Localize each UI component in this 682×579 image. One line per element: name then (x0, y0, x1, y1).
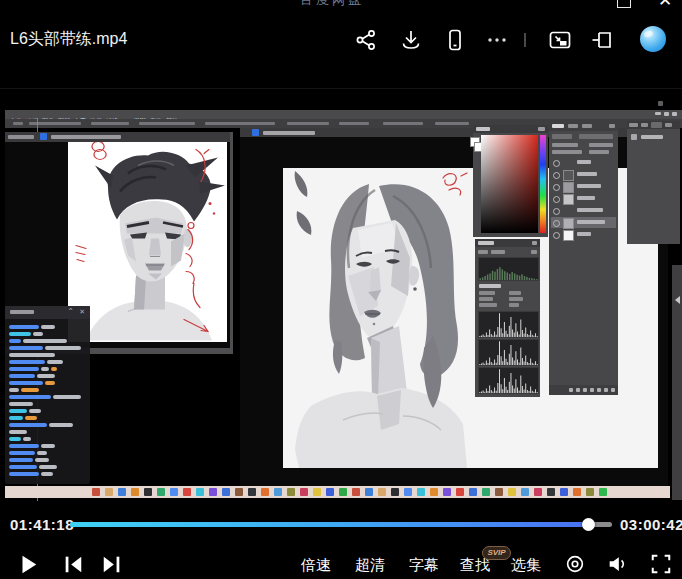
more-icon[interactable] (485, 28, 509, 52)
taskbar-app-icon (482, 488, 490, 496)
taskbar-app-icon (560, 488, 568, 496)
taskbar-app-icon (456, 488, 464, 496)
taskbar-app-icon (300, 488, 308, 496)
ps-layers-footer (549, 385, 618, 395)
ps-layer-row (551, 217, 616, 228)
chat-line (5, 330, 90, 337)
taskbar-app-icon (391, 488, 399, 496)
download-icon[interactable] (399, 28, 423, 52)
ps-histogram-panel (475, 239, 540, 397)
maximize-button[interactable] (617, 0, 631, 8)
player-control-bar: 01:41:18 03:00:42 倍速 超清 字幕 查找 SVIP 选集 (0, 505, 682, 579)
taskbar-app-icon (365, 488, 373, 496)
taskbar-app-icon (118, 488, 126, 496)
taskbar-app-icon (599, 488, 607, 496)
play-button[interactable] (17, 553, 39, 575)
quality-button[interactable]: 超清 (355, 556, 385, 575)
taskbar-app-icon (547, 488, 555, 496)
chat-line (5, 344, 90, 351)
taskbar-app-icon (573, 488, 581, 496)
video-content-area[interactable]: 文件编辑图像图层文字选择滤镜3D视图窗口帮助 (0, 88, 682, 506)
taskbar-app-icon (209, 488, 217, 496)
chat-line-wrap (5, 400, 90, 407)
ps-layer-row (551, 169, 616, 180)
taskbar-app-icon (105, 488, 113, 496)
share-icon[interactable] (354, 28, 378, 52)
ps-canvas-man-portrait (68, 142, 227, 342)
taskbar-app-icon (404, 488, 412, 496)
taskbar-app-icon (378, 488, 386, 496)
subtitle-button[interactable]: 字幕 (409, 556, 439, 575)
ps-color-picker-panel (473, 125, 548, 237)
chat-line (5, 414, 90, 421)
chat-line (5, 358, 90, 365)
taskbar-app-icon (417, 488, 425, 496)
chat-line (5, 449, 90, 456)
phone-icon[interactable] (443, 28, 467, 52)
chat-line (5, 463, 90, 470)
speed-button[interactable]: 倍速 (301, 556, 331, 575)
taskbar-app-icon (222, 488, 230, 496)
next-button[interactable] (101, 553, 123, 575)
taskbar-app-icon (521, 488, 529, 496)
progress-bar-fill (70, 522, 588, 527)
episodes-button[interactable]: 选集 (511, 556, 541, 575)
chat-line (5, 428, 90, 435)
taskbar-app-icon (157, 488, 165, 496)
app-window-title: 百度网盘 (300, 0, 364, 9)
current-time: 01:41:18 (10, 516, 74, 533)
chat-line (5, 372, 90, 379)
cast-screen-icon[interactable] (590, 28, 614, 52)
ps-side-panel (627, 121, 680, 244)
ps-collapsed-dock (672, 265, 682, 500)
volume-icon[interactable] (606, 553, 628, 575)
taskbar-app-icon (131, 488, 139, 496)
previous-button[interactable] (62, 553, 84, 575)
chat-line-wrap (5, 351, 90, 358)
taskbar-app-icon (339, 488, 347, 496)
chat-line (5, 365, 90, 372)
chat-line (5, 386, 90, 393)
taskbar-app-icon (170, 488, 178, 496)
progress-bar-track[interactable] (70, 522, 612, 527)
ps-layers-panel (549, 122, 618, 395)
chat-line (5, 470, 90, 477)
taskbar-app-icon (495, 488, 503, 496)
chat-message-list (5, 323, 90, 482)
chat-line (5, 442, 90, 449)
close-button[interactable]: ✕ (658, 0, 673, 8)
chat-overlay-panel: ⌃ ✕ (5, 306, 90, 484)
total-time: 03:00:42 (620, 516, 682, 533)
chat-close-icon[interactable]: ✕ (79, 308, 85, 316)
taskbar-app-icon (534, 488, 542, 496)
ps-window-minimize-icon (655, 112, 661, 115)
baidu-netdisk-player-window: 百度网盘 ✕ L6头部带练.mp4 文件编辑图像图层文字选择滤镜3D视图窗口帮助 (0, 0, 682, 579)
danmaku-settings-icon[interactable] (564, 553, 586, 575)
fullscreen-icon[interactable] (650, 553, 672, 575)
ps-layer-row (551, 205, 616, 216)
decoration (658, 101, 663, 106)
taskbar-app-icon (261, 488, 269, 496)
chat-line (5, 323, 90, 330)
ps-layer-row (551, 193, 616, 204)
picture-in-picture-icon[interactable] (548, 28, 572, 52)
chat-line (5, 337, 90, 344)
chat-line (5, 407, 90, 414)
taskbar-app-icon (469, 488, 477, 496)
taskbar-app-icon (92, 488, 100, 496)
taskbar-app-icon (326, 488, 334, 496)
chat-line (5, 456, 90, 463)
user-avatar[interactable] (640, 26, 666, 52)
ps-layer-row (551, 181, 616, 192)
chat-collapse-icon[interactable]: ⌃ (67, 307, 74, 316)
taskbar-app-icon (196, 488, 204, 496)
captured-os-taskbar (5, 486, 670, 498)
ps-hue-strip (540, 135, 546, 233)
taskbar-app-icon (352, 488, 360, 496)
ps-saturation-square (481, 135, 538, 233)
chat-line (5, 435, 90, 442)
progress-bar-thumb[interactable] (582, 518, 595, 531)
ps-layer-row (551, 157, 616, 168)
svip-badge: SVIP (482, 546, 511, 560)
ps-layer-row (551, 229, 616, 240)
